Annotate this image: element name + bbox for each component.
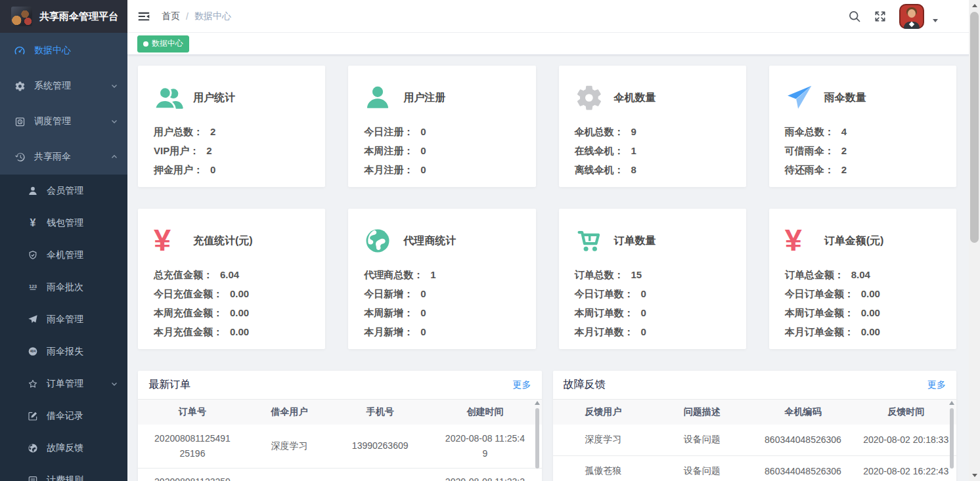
stat-line: 今日订单金额：0.00 — [785, 284, 941, 303]
latest-orders-table: 订单号 借伞用户 手机号 创建时间 20200808112549125196 深… — [138, 400, 542, 481]
stat-line: 今日注册：0 — [364, 122, 520, 141]
card-head: 订单数量 — [575, 225, 730, 257]
paper-plane-icon — [28, 314, 38, 325]
scrollbar-thumb[interactable] — [970, 12, 979, 243]
column-header: 反馈时间 — [855, 400, 956, 425]
sidebar-item-borrow-records[interactable]: 借伞记录 — [0, 400, 127, 432]
sidebar-item-system-mgmt[interactable]: 系统管理 — [0, 68, 127, 104]
stat-line: 本月充值金额：0.00 — [154, 322, 309, 341]
sidebar-item-shared-umbrella[interactable]: 共享雨伞 — [0, 139, 127, 175]
phone-cell: 13990263609 — [332, 468, 428, 481]
sidebar-item-umbrella-lost[interactable]: 404 雨伞报失 — [0, 335, 127, 367]
faults-table-scrollbar[interactable] — [948, 401, 955, 481]
stat-card-user-stats: 用户统计 用户总数：2 VIP用户：2 押金用户：0 — [138, 66, 325, 187]
sidebar-item-label: 故障反馈 — [47, 442, 83, 454]
card-head: 代理商统计 — [364, 225, 520, 257]
dashboard-icon — [14, 45, 26, 56]
stat-line: 本月订单数：0 — [575, 322, 730, 341]
issue-cell: 设备问题 — [654, 425, 750, 455]
sidebar-item-umbrella-mgmt[interactable]: 雨伞管理 — [0, 303, 127, 335]
stat-card-order-count: 订单数量 订单总数：15 今日订单数：0 本周订单数：0 本月订单数：0 — [559, 209, 746, 349]
card-head: 用户注册 — [364, 82, 520, 114]
sidebar-item-label: 雨伞批次 — [47, 282, 83, 293]
sidebar-item-umbrella-batch[interactable]: 123 雨伞批次 — [0, 271, 127, 303]
sidebar-item-order-mgmt[interactable]: 订单管理 — [0, 367, 127, 400]
fullscreen-icon[interactable] — [874, 10, 887, 23]
stat-line: 可借雨伞：2 — [785, 141, 941, 160]
sidebar-fold-icon[interactable] — [137, 10, 150, 23]
stat-line: 本月注册：0 — [364, 160, 520, 179]
chevron-up-icon — [110, 153, 118, 161]
panel-title: 故障反馈 — [564, 378, 606, 392]
globe-icon — [364, 227, 395, 255]
sidebar-item-label: 伞机管理 — [47, 249, 83, 261]
app-logo — [11, 7, 32, 26]
scroll-down-arrow-icon[interactable] — [969, 470, 980, 481]
panel-title: 最新订单 — [148, 378, 190, 392]
machine-code-cell: 860344048526306 — [751, 455, 856, 481]
orders-table-scrollbar[interactable] — [534, 401, 541, 481]
sidebar-item-wallet-mgmt[interactable]: ¥ 钱包管理 — [0, 207, 127, 239]
breadcrumb: 首页 / 数据中心 — [162, 10, 231, 22]
table-header-row: 反馈用户 问题描述 伞机编码 反馈时间 — [553, 400, 957, 425]
sidebar-item-member-mgmt[interactable]: 会员管理 — [0, 175, 127, 207]
tag-active-dot — [143, 41, 148, 47]
search-icon[interactable] — [848, 10, 861, 23]
stat-line: 雨伞总数：4 — [785, 122, 941, 141]
stat-card-machine-count: 伞机数量 伞机总数：9 在线伞机：1 离线伞机：8 — [559, 66, 746, 187]
phone-cell: 13990263609 — [332, 425, 428, 468]
breadcrumb-home[interactable]: 首页 — [162, 10, 180, 22]
orders-more-link[interactable]: 更多 — [513, 379, 531, 391]
user-cell: 深度学习 — [247, 425, 332, 468]
column-header: 问题描述 — [654, 400, 750, 425]
app-screen: 共享雨伞管理平台 数据中心 系统管理 调度管理 — [0, 0, 980, 481]
user-avatar[interactable] — [899, 4, 924, 29]
page-scrollbar[interactable] — [969, 0, 980, 481]
user-cell: 深度学习 — [247, 468, 332, 481]
machine-code-cell: 860344048526306 — [751, 425, 856, 455]
topbar-actions — [848, 4, 938, 29]
user-menu-caret-icon[interactable] — [933, 19, 938, 22]
card-head: 雨伞数量 — [785, 82, 941, 114]
column-header: 创建时间 — [428, 400, 541, 425]
stat-line: 总充值金额：6.04 — [154, 265, 309, 284]
stat-line: 用户总数：2 — [154, 122, 309, 141]
sidebar-item-label: 数据中心 — [34, 45, 71, 56]
stat-line: 本周订单数：0 — [575, 303, 730, 322]
numbers-icon: 123 — [28, 282, 38, 293]
latest-orders-panel: 最新订单 更多 订单号 借伞用户 手机号 创建时间 — [138, 371, 542, 481]
user-icon — [28, 186, 38, 196]
faults-more-link[interactable]: 更多 — [927, 379, 946, 391]
sidebar-item-label: 雨伞报失 — [47, 346, 83, 358]
stat-line: 押金用户：0 — [154, 160, 309, 179]
shield-check-icon — [28, 250, 38, 261]
stat-line: VIP用户：2 — [154, 141, 309, 160]
logo-bar: 共享雨伞管理平台 — [0, 0, 127, 33]
stat-cards-row-2: ¥ 充值统计(元) 总充值金额：6.04 今日充值金额：0.00 本周充值金额：… — [138, 209, 956, 349]
chevron-down-icon — [110, 82, 118, 90]
stat-line: 在线伞机：1 — [575, 141, 730, 160]
top-navbar: 首页 / 数据中心 — [127, 0, 980, 33]
stat-line: 本周注册：0 — [364, 141, 520, 160]
stat-line: 本周充值金额：0.00 — [154, 303, 309, 322]
star-icon — [28, 379, 38, 389]
gear-icon — [14, 80, 26, 92]
sidebar-item-billing-rules[interactable]: 计费规则 — [0, 464, 127, 481]
column-header: 手机号 — [332, 400, 428, 425]
card-title: 订单数量 — [614, 234, 656, 248]
scroll-up-arrow-icon[interactable] — [969, 0, 980, 11]
sidebar-item-machine-mgmt[interactable]: 伞机管理 — [0, 239, 127, 271]
stat-line: 本周订单金额：0.00 — [785, 303, 941, 322]
column-header: 借伞用户 — [247, 400, 332, 425]
user-cell: 深度学习 — [553, 425, 654, 455]
column-header: 伞机编码 — [751, 400, 856, 425]
table-header-row: 订单号 借伞用户 手机号 创建时间 — [138, 400, 542, 425]
sidebar-item-dispatch-mgmt[interactable]: 调度管理 — [0, 104, 127, 139]
stat-line: 订单总金额：8.04 — [785, 265, 941, 284]
panel-head: 最新订单 更多 — [138, 371, 542, 400]
sidebar-item-data-center[interactable]: 数据中心 — [0, 33, 127, 68]
sidebar-item-fault-feedback[interactable]: 故障反馈 — [0, 432, 127, 464]
stat-line: 离线伞机：8 — [575, 160, 730, 179]
tag-data-center[interactable]: 数据中心 — [137, 35, 189, 52]
main-area: 首页 / 数据中心 — [127, 0, 980, 481]
